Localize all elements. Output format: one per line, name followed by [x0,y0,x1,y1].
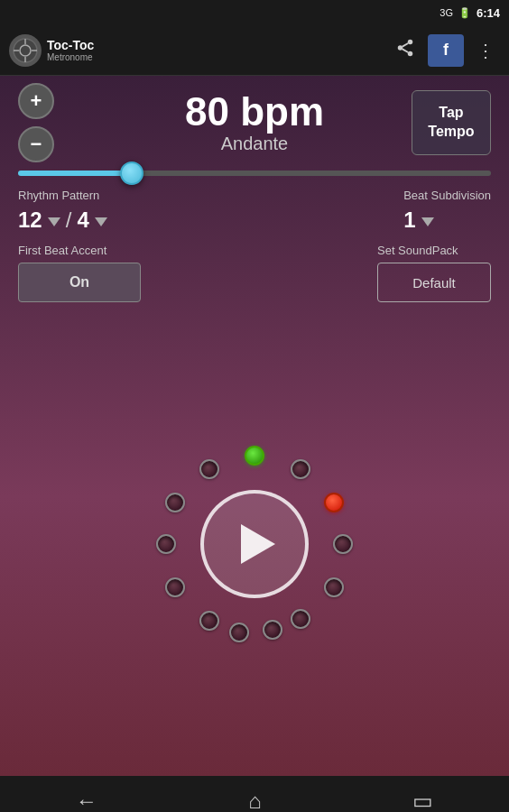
more-menu-button[interactable]: ⋮ [471,34,500,67]
home-button[interactable]: ⌂ [230,781,280,812]
rhythm-divider: / [66,208,72,233]
bottom-nav: ← ⌂ ▭ [0,776,509,812]
soundpack-group: Set SoundPack Default [377,244,491,302]
back-button[interactable]: ← [58,781,116,812]
rhythm-denominator-dropdown[interactable] [95,217,107,226]
bpm-section: + − 80 bpm Andante Tap Tempo [0,76,509,154]
facebook-button[interactable]: f [428,34,464,67]
beat-dot-6[interactable] [291,609,310,629]
beat-dot-4[interactable] [333,534,353,554]
app-logo: Toc-Toc Metronome [9,34,94,67]
beat-dot-12[interactable] [165,493,185,512]
slider-thumb[interactable] [120,161,143,185]
rhythm-numerator-dropdown[interactable] [48,217,60,226]
play-icon [241,524,275,564]
top-bar: Toc-Toc Metronome f ⋮ [0,25,509,76]
accent-soundpack-row: First Beat Accent On Set SoundPack Defau… [0,233,509,302]
bpm-increase-button[interactable]: + [18,83,54,119]
beat-subdivision-value-row: 1 [403,208,433,233]
beat-dot-11[interactable] [156,534,176,554]
soundpack-label: Set SoundPack [377,244,458,257]
svg-line-9 [403,49,408,52]
beat-circle-container [155,445,354,643]
beat-subdivision-dropdown[interactable] [421,217,434,226]
bpm-slider[interactable] [18,171,491,176]
first-beat-accent-group: First Beat Accent On [18,244,141,302]
play-button[interactable] [200,490,309,598]
beat-dot-9[interactable] [199,611,219,631]
battery-icon: 🔋 [458,7,471,19]
rhythm-pattern-group: Rhythm Pattern 12 / 4 [18,189,107,233]
play-section [155,311,354,776]
tap-tempo-line1: Tap [439,104,463,123]
svg-point-7 [398,45,403,51]
main-content: + − 80 bpm Andante Tap Tempo Rhythm Patt… [0,76,509,776]
bpm-decrease-button[interactable]: − [18,126,54,162]
tap-tempo-line2: Tempo [428,123,474,142]
beat-subdivision-value: 1 [403,208,415,233]
beat-dot-13[interactable] [199,459,219,479]
beat-dot-8[interactable] [229,623,249,642]
beat-dot-10[interactable] [165,577,185,597]
slider-section[interactable] [0,161,509,185]
beat-dot-1[interactable] [245,446,264,466]
app-subtitle: Metronome [47,52,94,62]
time-display: 6:14 [477,6,500,20]
app-name: Toc-Toc [47,38,94,52]
tap-tempo-button[interactable]: Tap Tempo [412,90,491,155]
app-logo-icon [9,34,42,67]
beat-subdivision-label: Beat Subdivision [403,189,491,202]
beat-dot-3[interactable] [324,493,344,512]
first-beat-accent-label: First Beat Accent [18,244,106,257]
status-bar: 3G 🔋 6:14 [0,0,509,25]
beat-subdivision-group: Beat Subdivision 1 [403,189,491,233]
bpm-controls: + − [18,83,54,162]
rhythm-pattern-label: Rhythm Pattern [18,189,99,202]
beat-dot-7[interactable] [263,620,282,640]
soundpack-button[interactable]: Default [377,263,491,302]
svg-line-10 [403,43,408,47]
beat-dot-5[interactable] [324,577,344,597]
rhythm-pattern-value-row: 12 / 4 [18,208,107,233]
svg-point-8 [408,51,413,56]
controls-row: Rhythm Pattern 12 / 4 Beat Subdivision 1 [0,185,509,233]
rhythm-numerator: 12 [18,208,42,233]
svg-point-6 [408,40,413,45]
signal-icon: 3G [440,7,453,18]
first-beat-accent-button[interactable]: On [18,263,141,302]
recent-button[interactable]: ▭ [394,781,451,812]
beat-dot-2[interactable] [291,459,310,479]
share-button[interactable] [390,32,421,68]
rhythm-denominator: 4 [77,208,88,233]
